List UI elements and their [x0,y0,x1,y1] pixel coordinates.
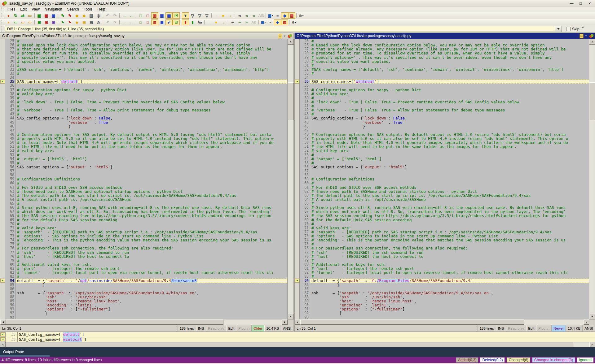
code-text[interactable]: # valid key are: [310,149,589,153]
prev-change-icon[interactable]: ↑ [213,12,220,19]
header-dropdown-icon[interactable] [284,35,285,37]
code-text[interactable]: # properly with HTML 5.0 so it can also … [16,136,288,141]
current-diff-combo[interactable]: Diff 1: Change 1 line (35, first file) t… [5,26,555,32]
code-text[interactable] [310,169,589,173]
code-text[interactable]: # specify options=''. This way it's spec… [310,55,589,59]
panes-layout-2-icon[interactable]: ▦▾ [260,20,267,25]
show-identical-icon[interactable]: □ [137,12,144,19]
show-different-icon[interactable]: □ [144,12,151,19]
code-text[interactable]: # 'encoding' - This is the python encodi… [310,238,589,242]
copy-block-second-icon[interactable]: ▤ [81,20,88,25]
code-text[interactable]: SAS_config_options = {'lock_down': False… [16,116,288,120]
sync-panes-icon[interactable]: ▩ [165,12,173,19]
second-vertical-scrollbar[interactable] [589,39,595,319]
code-text[interactable]: #SAS_config_names = ['default', 'ssh', '… [16,67,288,72]
compare-dirs-icon[interactable]: ● [5,20,12,25]
toolbar-grip[interactable] [2,13,3,18]
skip-checkbox-group[interactable]: Skip [566,27,579,31]
undo-2-icon[interactable]: ↶ [104,20,111,25]
code-text[interactable]: 'ssh' : '/usr/bin/ssh', [310,295,589,299]
search-icon[interactable]: ◎ [95,12,102,19]
filter-changed-icon[interactable]: ▽ [203,12,210,19]
code-text[interactable]: # [16,202,288,206]
toolbar-grip[interactable] [2,26,3,31]
code-text[interactable]: # [310,72,589,76]
code-text[interactable] [16,128,288,132]
show-left-only-icon[interactable]: ▥ [151,12,158,19]
code-text[interactable]: # A usual install path is: /opt/sasinsid… [310,197,589,202]
copy-path-icon[interactable] [278,34,282,38]
code-text[interactable]: # that are defined already. Any necessar… [16,47,288,51]
diff-pane-row-first[interactable]: ►35SAS_config_names=['default'] [0,332,595,337]
scrollbar-thumb[interactable] [300,319,524,325]
code-text[interactable]: } [310,283,589,287]
code-text[interactable]: # the SAS session encoding (see https://… [310,214,589,218]
scrollbar-thumb[interactable] [6,319,223,325]
code-text[interactable]: # [16,161,288,165]
code-text[interactable]: # [310,202,589,206]
code-text[interactable]: } [16,124,288,128]
save-first-icon[interactable]: ▣ [36,12,43,19]
ignore-case-icon[interactable]: Aa [196,20,203,25]
code-text[interactable]: # [310,39,589,43]
code-text[interactable]: # Configuration options for saspy - pyth… [16,88,288,92]
code-text[interactable]: # valid keys are: [310,226,589,230]
code-text[interactable]: # prompted for at run time. To dissallow… [310,51,589,55]
code-text[interactable]: # [310,63,589,67]
code-text[interactable]: SAS_config_options = {'lock_down': False… [310,116,589,120]
line-view-2-icon[interactable]: ≡ [267,20,274,25]
code-text[interactable]: # which does not work well as utf-8. So,… [16,210,288,214]
code-text[interactable]: # These need path to SASHome and optiona… [16,189,288,193]
code-text[interactable]: # 'ssh' - [REQUIRED] the ssh command to … [16,250,288,254]
code-text[interactable]: } [16,283,288,287]
bar-first-icon[interactable]: ▮ [182,20,189,25]
edit-second-2-icon[interactable]: ✎ [66,20,73,25]
print-2-icon[interactable]: ▤ [88,20,95,25]
prev-change-2-icon[interactable]: ↑ [205,20,213,25]
edit-second-icon[interactable]: ✎ [66,12,73,19]
code-text[interactable]: # [16,39,288,43]
first-file-header[interactable]: C:\Program Files\Python\Python37\Lib\sit… [0,33,293,39]
code-text[interactable]: # specific value you want applied. [310,59,589,63]
save-second-icon[interactable]: ▣ [43,12,50,19]
code-text[interactable]: # 'saspath' - [REQUIRED] path to SAS sta… [310,230,589,234]
copy-path-icon[interactable] [580,34,584,38]
code-text[interactable]: # Configuration Definitions [16,177,288,181]
minimize-button[interactable]: — [567,1,576,6]
header-dropdown-icon[interactable] [585,35,587,37]
settings-gear-icon[interactable]: ⊕▾ [298,12,305,19]
skip-checkbox[interactable] [566,27,571,31]
code-text[interactable]: # which does not work well as utf-8. So,… [310,210,589,214]
code-text[interactable]: # prompted for at run time. To dissallow… [16,51,288,55]
close-button[interactable]: × [585,1,594,6]
code-text[interactable]: # Configuration options for SAS output. … [16,132,288,136]
code-text[interactable]: # for the default Unix SAS session encod… [16,218,288,222]
swap-panes-icon[interactable]: ⇄ [165,20,173,25]
print-icon[interactable]: ▤ [88,12,95,19]
save-first-2-icon[interactable]: ▣ [36,20,43,25]
code-text[interactable]: default = {'saspath' : '/opt/sasinside/S… [16,279,288,283]
toolbar-grip[interactable] [2,7,3,11]
edit-mode-icon[interactable]: ▨ [288,12,295,19]
code-text[interactable]: # [310,112,589,116]
edit-first-icon[interactable]: ✎ [59,12,66,19]
code-text[interactable]: # [310,161,589,165]
code-text[interactable]: # 'lock_down' - True | False. True = Pre… [310,100,589,104]
code-text[interactable]: SAS_output_options = {'output' : 'html5'… [16,165,288,169]
code-text[interactable]: # Configuration Definitions [310,177,589,181]
code-text[interactable]: # 'verbose' - True | False. True = Allow… [16,108,288,112]
code-text[interactable]: # 'options' - SAS options to include in … [16,234,288,238]
code-text[interactable]: # valid key are: [16,149,288,153]
code-text[interactable]: # 'saspath' - [REQUIRED] path to SAS sta… [16,230,288,234]
code-text[interactable]: # Additional valid keys for ssh: [16,262,288,266]
save-second-2-icon[interactable]: ▣ [43,20,50,25]
code-text[interactable]: # [16,104,288,108]
code-text[interactable]: 'options' : ["-fullstimer"] [310,307,589,311]
filter-added-icon[interactable]: ▽ [189,12,196,19]
code-text[interactable]: # 'host' - [REQUIRED] the host to connec… [16,254,288,258]
code-text[interactable]: 'encoding' : 'latin1', [310,303,589,307]
save-both-icon[interactable]: ▣ [50,12,57,19]
code-text[interactable]: # 'tunnel' - [integer] local port to ope… [310,271,589,275]
code-text[interactable]: SAS_config_names=['winlocal'] [310,80,589,84]
code-text[interactable]: # 'output' = ['html5', 'html'] [310,157,589,161]
